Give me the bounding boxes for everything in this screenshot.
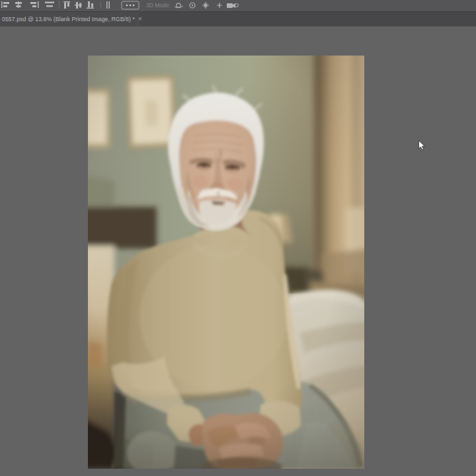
svg-text:3D Mode:: 3D Mode: bbox=[146, 2, 171, 9]
